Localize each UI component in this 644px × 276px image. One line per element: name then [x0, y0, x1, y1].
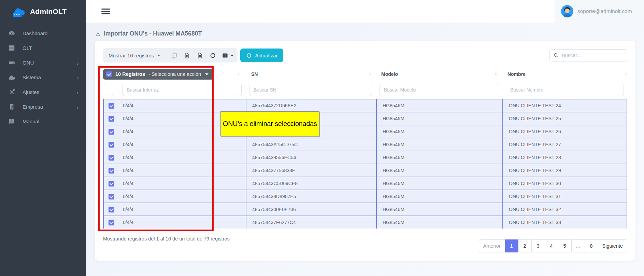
- cell-modelo: HG8546M: [376, 125, 502, 138]
- sort-icon[interactable]: ↑↓: [624, 72, 627, 77]
- annotation-tooltip: ONU's a eliminar seleccionadas: [220, 111, 319, 136]
- filter-modelo-input[interactable]: [380, 84, 498, 96]
- brand-name: AdminOLT: [30, 8, 67, 16]
- pagination-page-8[interactable]: 8: [585, 239, 598, 252]
- cell-modelo: HG8546M: [376, 99, 502, 112]
- row-checkbox[interactable]: [109, 168, 114, 174]
- column-header-sn[interactable]: SN ↑↓: [245, 71, 375, 77]
- reload-button[interactable]: [207, 50, 218, 61]
- cloud-icon: [8, 74, 15, 81]
- search-input[interactable]: [562, 53, 624, 58]
- cell-sn: 485754437756833E: [246, 164, 376, 177]
- cell-sn: 48575443A15CD75C: [246, 138, 376, 151]
- cell-sn: 4857544372D6F8E2: [246, 99, 376, 112]
- row-checkbox[interactable]: [109, 129, 114, 135]
- copy-button[interactable]: [168, 50, 180, 61]
- filter-sn-input[interactable]: [249, 84, 372, 96]
- copy-icon: [171, 52, 177, 59]
- cell-nombre: ONU CLIENTE TEST 28: [502, 151, 627, 164]
- sync-icon: [246, 53, 252, 58]
- column-label: Modelo: [381, 71, 398, 77]
- table-row: 0/4/4 485754438D8907E5 HG8546M ONU CLIEN…: [103, 190, 627, 203]
- cell-sn: 48575443C5D69CE8: [246, 177, 376, 190]
- tools-icon: [8, 88, 15, 96]
- sort-icon[interactable]: ↑↓: [494, 72, 502, 77]
- page-title: Importar ONU's - Huawei MA5680T: [95, 30, 644, 37]
- onu-table: 10 Registros - Selecciona una acción ↑↓ …: [103, 67, 627, 229]
- user-menu[interactable]: soporte@adminolt.com: [555, 0, 644, 23]
- length-menu-dropdown[interactable]: Mostrar 10 registros: [109, 53, 167, 58]
- row-checkbox[interactable]: [109, 155, 114, 161]
- sidebar-item-empresa[interactable]: Empresa: [0, 99, 86, 114]
- bulk-action-dropdown[interactable]: 10 Registros - Selecciona una acción: [103, 69, 213, 80]
- cell-nombre: ONU CLIENTE TEST 26: [502, 125, 627, 138]
- user-email: soporte@adminolt.com: [577, 8, 632, 14]
- table-row: 0/4/4 HG8546M ONU CLIENTE TEST 26: [103, 125, 627, 138]
- sidebar-item-label: Empresa: [23, 104, 76, 110]
- selected-count-label: 10 Registros: [115, 71, 145, 77]
- row-checkbox[interactable]: [109, 142, 114, 148]
- pagination-page-2[interactable]: 2: [518, 239, 532, 252]
- sidebar-item-sistema[interactable]: Sistema: [0, 70, 86, 85]
- cell-sn: 485754438556EC54: [246, 151, 376, 164]
- cell-nombre: ONU CLIENTE TEST 33: [502, 216, 627, 229]
- table-row: 0/4/4 485754437756833E HG8546M ONU CLIEN…: [103, 164, 627, 177]
- table-header-row: 10 Registros - Selecciona una acción ↑↓ …: [103, 67, 627, 81]
- sidebar-item-olt[interactable]: OLT: [0, 41, 86, 55]
- row-checkbox[interactable]: [109, 103, 114, 109]
- row-checkbox[interactable]: [109, 181, 114, 187]
- table-header-action: 10 Registros - Selecciona una acción ↑↓: [103, 69, 245, 80]
- pagination-prev[interactable]: Anterior: [479, 239, 505, 252]
- bulk-action-label: - Selecciona una acción: [148, 71, 201, 77]
- device-icon: [8, 59, 15, 66]
- cell-nombre: ONU CLIENTE TEST 32: [502, 203, 627, 216]
- pagination-page-1[interactable]: 1: [505, 239, 518, 252]
- pagination-page-4[interactable]: 4: [545, 239, 558, 252]
- sidebar-nav: Dashboard OLT ONU Sistema Ajustes: [0, 23, 86, 129]
- pagination-page-3[interactable]: 3: [532, 239, 545, 252]
- row-checkbox[interactable]: [109, 207, 114, 212]
- pagination-ellipsis: ...: [572, 239, 585, 252]
- column-label: Nombre: [507, 71, 526, 77]
- cell-modelo: HG8546M: [376, 164, 502, 177]
- sidebar-item-ajustes[interactable]: Ajustes: [0, 85, 86, 99]
- caret-down-icon: [157, 55, 160, 56]
- pagination-next[interactable]: Siguiente: [598, 239, 627, 252]
- page-title-text: Importar ONU's - Huawei MA5680T: [104, 30, 202, 37]
- cell-nombre: ONU CLIENTE TEST 24: [502, 99, 627, 112]
- brand[interactable]: AdminOLT: [0, 0, 86, 23]
- menu-toggle-icon[interactable]: [101, 7, 110, 16]
- row-checkbox[interactable]: [109, 194, 114, 199]
- file-excel-icon: [184, 52, 190, 59]
- pagination-page-5[interactable]: 5: [558, 239, 572, 252]
- actualizar-label: Actualizar: [255, 53, 277, 58]
- column-header-modelo[interactable]: Modelo ↑↓: [375, 71, 502, 77]
- main-area: soporte@adminolt.com Importar ONU's - Hu…: [86, 0, 644, 276]
- row-checkbox[interactable]: [109, 220, 114, 225]
- sidebar-item-label: Sistema: [23, 74, 76, 80]
- cell-interfaz: 0/4/4: [119, 138, 246, 151]
- sidebar-item-onu[interactable]: ONU: [0, 55, 86, 70]
- columns-visibility-button[interactable]: [220, 50, 235, 61]
- export-excel-button[interactable]: [181, 50, 192, 61]
- length-menu-label: Mostrar 10 registros: [109, 53, 154, 58]
- actualizar-button[interactable]: Actualizar: [240, 49, 283, 62]
- filter-interfaz-input[interactable]: [122, 84, 242, 96]
- table-columns-icon: [222, 52, 228, 59]
- row-checkbox[interactable]: [109, 116, 114, 122]
- sort-icon[interactable]: ↑↓: [368, 72, 375, 77]
- cell-interfaz: 0/4/4: [119, 99, 246, 112]
- checkbox-column-filter[interactable]: [104, 84, 114, 96]
- topbar: soporte@adminolt.com: [86, 0, 644, 23]
- sidebar-item-manual[interactable]: Manual: [0, 114, 86, 129]
- chevron-right-icon: [76, 61, 80, 65]
- sidebar-item-dashboard[interactable]: Dashboard: [0, 26, 86, 41]
- table-tools: Mostrar 10 registros: [103, 48, 238, 63]
- select-all-checkbox[interactable]: [106, 71, 112, 77]
- filter-nombre-input[interactable]: [506, 84, 624, 96]
- column-header-nombre[interactable]: Nombre ↑↓: [502, 71, 627, 77]
- sidebar-item-label: OLT: [23, 45, 80, 51]
- sort-icon[interactable]: ↑↓: [238, 72, 245, 77]
- cell-interfaz: 0/4/4: [119, 203, 246, 216]
- export-file-button[interactable]: [194, 50, 205, 61]
